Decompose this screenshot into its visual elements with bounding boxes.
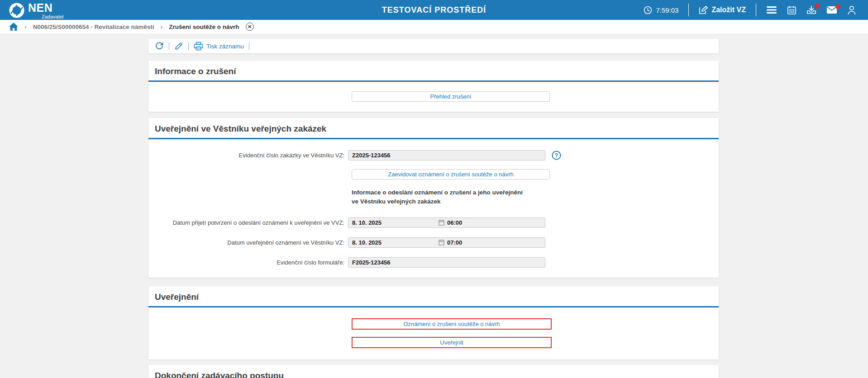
evidence-number-input[interactable]: Z2025-123456 [348,150,545,161]
published-date-value: 8. 10. 2025 [352,239,436,246]
section-title: Uveřejnění [148,286,719,306]
vvz-info-line1: Informace o odeslání oznámení o zrušení … [352,188,523,197]
close-tab-icon[interactable]: ✕ [246,23,254,31]
form-number-input[interactable]: F2025-123456 [348,257,545,268]
logo-subtitle: Zadavatel [42,14,63,19]
history-refresh-icon[interactable] [155,42,164,51]
app-header: NEN Zadavatel TESTOVACÍ PROSTŘEDÍ 7:59:0… [0,0,868,20]
section-vvz-publication: Uveřejnění ve Věstníku veřejných zakázek… [148,118,719,278]
section-rule [148,306,719,307]
sent-time-value: 06:00 [447,219,462,226]
vvz-info-line2: ve Věstníku veřejných zakázek [352,197,523,206]
breadcrumb-item-procedure[interactable]: N006/25/S00000654 - Revitalizace náměstí [33,24,154,30]
session-time: 7:59:03 [656,6,678,14]
print-record-label: Tisk záznamu [206,43,244,50]
printer-icon [194,42,203,51]
breadcrumb-separator-icon: › [161,23,163,30]
svg-text:?: ? [555,152,558,159]
edit-icon [699,5,708,14]
pencil-icon[interactable] [174,42,183,51]
create-vz-label: Založit VZ [711,6,746,14]
help-icon: ? [552,151,561,160]
downloads-badge [815,4,820,9]
sent-datetime-input[interactable]: 8. 10. 2025 06:00 [348,217,545,228]
published-datetime-input[interactable]: 8. 10. 2025 07:00 [348,237,545,248]
print-record-button[interactable]: Tisk záznamu [194,42,244,51]
nen-logo[interactable]: NEN Zadavatel [0,0,63,19]
sent-date-value: 8. 10. 2025 [352,219,436,226]
cancellation-notice-document-button[interactable]: Oznámení o zrušení soutěže o návrh [352,318,552,330]
menu-icon[interactable] [766,5,777,14]
logo-title: NEN [28,2,63,14]
register-cancellation-notice-button[interactable]: Zaevidovat oznámení o zrušení soutěže o … [352,169,550,180]
toolbar-divider [188,43,189,50]
section-rule [148,138,719,139]
environment-title: TESTOVACÍ PROSTŘEDÍ [382,0,486,20]
help-button[interactable]: ? [552,151,561,160]
downloads-button[interactable] [806,5,816,15]
record-toolbar: Tisk záznamu [148,39,719,53]
breadcrumb-item-current: Zrušení soutěže o návrh [169,24,239,30]
toolbar-divider [249,43,249,50]
header-divider [756,4,756,16]
toolbar-divider [169,43,169,50]
breadcrumb: › N006/25/S00000654 - Revitalizace náměs… [0,20,868,33]
calendar-small-icon[interactable] [439,219,444,226]
messages-badge [835,4,840,9]
publish-button[interactable]: Uveřejnit [352,337,552,348]
section-cancellation-info: Informace o zrušení Přehled zrušení [148,61,719,112]
sent-date-label: Datum přijetí potvrzení o odeslání oznám… [148,219,348,226]
section-title: Informace o zrušení [148,61,719,80]
cancellation-overview-button[interactable]: Přehled zrušení [352,91,550,102]
section-title: Uveřejnění ve Věstníku veřejných zakázek [148,118,719,138]
calendar-small-icon[interactable] [439,239,444,246]
nen-logo-icon [8,2,25,19]
user-icon[interactable] [847,5,856,15]
section-completion: Dokončení zadávacího postupu Uzamknout S… [148,365,719,378]
header-divider [688,4,689,16]
evidence-number-label: Evidenční číslo zakázky ve Věstníku VZ: [148,152,348,159]
calendar-icon[interactable] [787,5,796,15]
published-date-label: Datum uveřejnění oznámení ve Věstníku VZ… [148,239,348,246]
clock-icon [644,6,652,14]
published-time-value: 07:00 [447,239,462,246]
create-vz-button[interactable]: Založit VZ [699,5,746,14]
section-publication: Uveřejnění Oznámení o zrušení soutěže o … [148,286,719,359]
breadcrumb-separator-icon: › [24,23,27,30]
home-icon[interactable] [9,23,18,31]
session-timer: 7:59:03 [644,6,678,14]
section-rule [148,80,719,82]
messages-button[interactable] [826,6,837,14]
form-number-label: Evidenční číslo formuláře: [148,259,348,266]
section-title: Dokončení zadávacího postupu [148,365,719,378]
